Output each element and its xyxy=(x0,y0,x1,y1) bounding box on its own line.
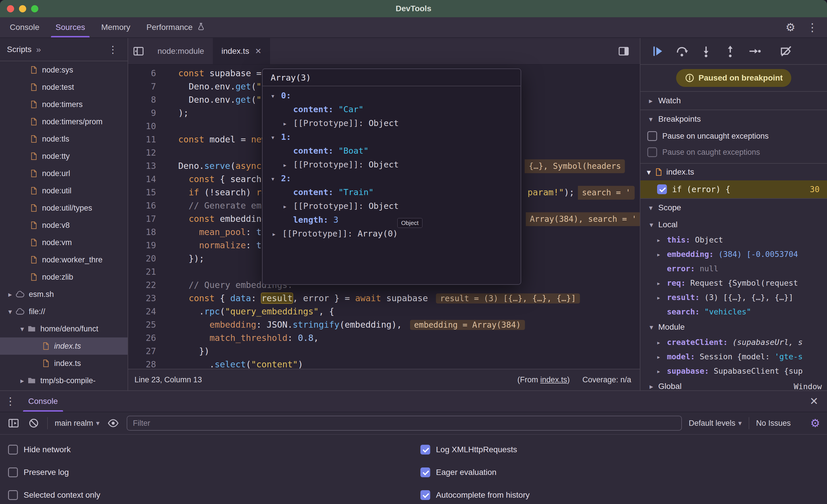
close-drawer-icon[interactable]: ✕ xyxy=(810,395,818,407)
navigator-more-options-icon[interactable]: ⋮ xyxy=(108,44,118,55)
pause-uncaught-exceptions-row[interactable]: Pause on uncaught exceptions xyxy=(640,128,827,144)
watch-section-header[interactable]: ▸ Watch xyxy=(640,91,827,110)
tab-console-drawer[interactable]: Console xyxy=(21,391,65,412)
line-number[interactable]: 26 xyxy=(128,331,156,345)
breakpoint-entry[interactable]: if (error) { 30 xyxy=(640,180,827,198)
live-expression-eye-icon[interactable] xyxy=(106,412,120,434)
line-number[interactable]: 27 xyxy=(128,345,156,358)
object-property-row[interactable]: ▸[[Prototype]]: Object xyxy=(262,199,521,213)
editor-tab-node-module[interactable]: node:module xyxy=(149,38,213,64)
toggle-debugger-sidebar-icon[interactable] xyxy=(613,38,634,64)
file-tree-item[interactable]: node:test xyxy=(0,78,128,96)
object-property-row[interactable]: ▸[[Prototype]]: Array(0) xyxy=(262,227,521,240)
line-number[interactable]: 16 xyxy=(128,199,156,212)
file-tree-item[interactable]: node:util xyxy=(0,182,128,200)
execution-context-selector[interactable]: main realm ▾ xyxy=(55,419,100,428)
step-icon[interactable] xyxy=(747,44,761,58)
breakpoint-file-group[interactable]: ▾ index.ts xyxy=(640,163,827,180)
file-tree-item[interactable]: node:timers xyxy=(0,96,128,113)
object-property-row[interactable]: content: "Car" xyxy=(262,102,521,116)
tab-sources[interactable]: Sources xyxy=(48,17,93,38)
breakpoints-section-header[interactable]: ▾ Breakpoints xyxy=(640,110,827,128)
line-number[interactable]: 15 xyxy=(128,186,156,199)
breakpoint-checkbox[interactable] xyxy=(657,184,667,194)
file-tree-item[interactable]: node:worker_thre xyxy=(0,251,128,268)
object-property-row[interactable]: ▸[[Prototype]]: Object xyxy=(262,158,521,171)
line-number[interactable]: 18 xyxy=(128,226,156,239)
console-setting-row[interactable]: Selected context only xyxy=(0,484,412,504)
step-into-icon[interactable] xyxy=(699,44,713,58)
object-property-row[interactable]: ▾0: xyxy=(262,89,521,102)
step-out-icon[interactable] xyxy=(723,44,737,58)
line-number[interactable]: 9 xyxy=(128,106,156,120)
file-tree-item[interactable]: ▾file:// xyxy=(0,303,128,320)
console-setting-row[interactable]: Hide network xyxy=(0,438,412,461)
console-setting-row[interactable]: Autocomplete from history xyxy=(412,484,825,504)
line-number[interactable]: 13 xyxy=(128,159,156,173)
close-window-button[interactable] xyxy=(7,5,14,12)
line-number[interactable]: 21 xyxy=(128,265,156,278)
file-tree-item[interactable]: node:zlib xyxy=(0,268,128,286)
line-number[interactable]: 6 xyxy=(128,67,156,80)
line-number[interactable]: 10 xyxy=(128,120,156,133)
scope-variable[interactable]: ▸result: (3) [{…}, {…}, {…}] xyxy=(640,290,827,304)
line-number[interactable]: 19 xyxy=(128,239,156,252)
console-setting-row[interactable]: Log XMLHttpRequests xyxy=(412,438,825,461)
source-link[interactable]: index.ts xyxy=(540,376,567,384)
file-tree-item[interactable]: ▾home/deno/funct xyxy=(0,320,128,337)
checkbox[interactable] xyxy=(421,467,430,477)
scope-variable[interactable]: ▸supabase: SupabaseClient {sup xyxy=(640,364,827,378)
pause-caught-checkbox[interactable] xyxy=(647,147,657,157)
file-tree-item[interactable]: node:url xyxy=(0,165,128,182)
settings-gear-icon[interactable]: ⚙ xyxy=(785,21,807,34)
file-tree-item[interactable]: index.ts xyxy=(0,337,128,355)
line-number[interactable]: 20 xyxy=(128,252,156,265)
minimize-window-button[interactable] xyxy=(19,5,26,12)
drawer-more-options-icon[interactable]: ⋮ xyxy=(5,395,18,407)
file-tree-item[interactable]: node:util/types xyxy=(0,200,128,217)
scope-variable[interactable]: ▸req: Request {Symbol(request xyxy=(640,276,827,290)
line-number[interactable]: 28 xyxy=(128,358,156,369)
scope-section-local[interactable]: ▾Local xyxy=(640,217,827,233)
object-property-row[interactable]: content: "Train" xyxy=(262,185,521,199)
line-number[interactable]: 23 xyxy=(128,292,156,305)
checkbox[interactable] xyxy=(8,490,18,500)
checkbox[interactable] xyxy=(421,445,430,454)
scope-variable[interactable]: ▸createClient: (supabaseUrl, s xyxy=(640,335,827,349)
console-sidebar-icon[interactable] xyxy=(7,412,20,434)
tab-console[interactable]: Console xyxy=(2,17,48,38)
file-tree-item[interactable]: ▸tmp/sb-compile- xyxy=(0,372,128,389)
pause-uncaught-checkbox[interactable] xyxy=(647,131,657,141)
checkbox[interactable] xyxy=(8,445,18,454)
object-property-row[interactable]: ▸[[Prototype]]: Object xyxy=(262,116,521,130)
line-number[interactable]: 24 xyxy=(128,305,156,318)
file-tree-item[interactable]: node:sys xyxy=(0,61,128,78)
scope-variable[interactable]: ▸embedding: (384) [-0.0053704 xyxy=(640,247,827,262)
file-tree-item[interactable]: node:tty xyxy=(0,148,128,165)
line-number[interactable]: 8 xyxy=(128,93,156,106)
log-levels-selector[interactable]: Default levels ▾ xyxy=(689,419,742,428)
console-setting-row[interactable]: Preserve log xyxy=(0,461,412,484)
pause-caught-exceptions-row[interactable]: Pause on caught exceptions xyxy=(640,144,827,160)
clear-console-icon[interactable] xyxy=(27,412,40,434)
object-property-row[interactable]: length: 3 xyxy=(262,213,521,227)
line-number[interactable]: 22 xyxy=(128,278,156,292)
step-over-icon[interactable] xyxy=(675,44,689,58)
console-settings-gear-icon[interactable]: ⚙ xyxy=(810,417,820,430)
line-number[interactable]: 7 xyxy=(128,80,156,93)
tab-memory[interactable]: Memory xyxy=(93,17,138,38)
line-number[interactable]: 12 xyxy=(128,146,156,159)
issues-counter[interactable]: No Issues xyxy=(756,419,791,428)
file-tree-item[interactable]: node:vm xyxy=(0,234,128,251)
deactivate-breakpoints-icon[interactable] xyxy=(779,44,793,58)
scope-section-module[interactable]: ▾Module xyxy=(640,319,827,335)
zoom-window-button[interactable] xyxy=(31,5,38,12)
toggle-navigator-icon[interactable] xyxy=(128,38,149,64)
tab-performance[interactable]: Performance xyxy=(139,17,213,38)
resume-script-icon[interactable] xyxy=(651,44,665,58)
file-tree-item[interactable]: node:tls xyxy=(0,130,128,148)
console-filter-input[interactable] xyxy=(127,416,682,431)
checkbox[interactable] xyxy=(8,467,18,477)
scope-variable[interactable]: search: "vehicles" xyxy=(640,304,827,319)
line-number[interactable]: 11 xyxy=(128,133,156,146)
